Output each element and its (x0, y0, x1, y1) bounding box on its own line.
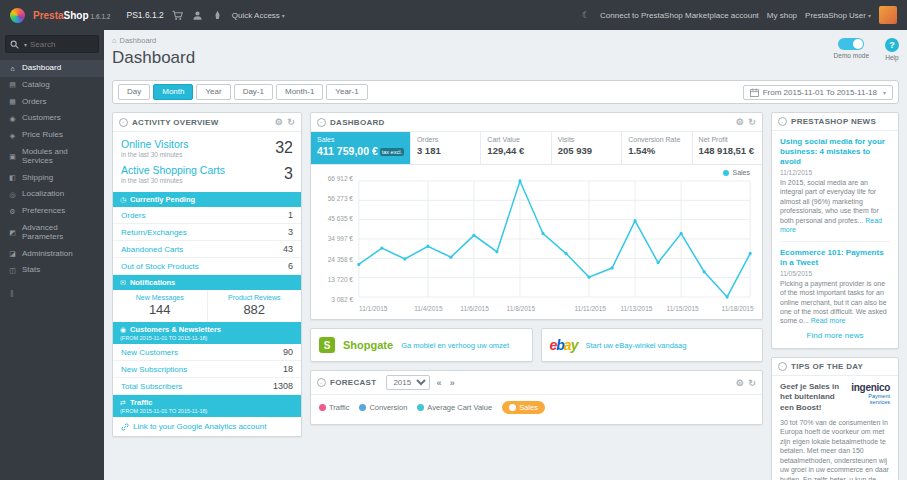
sidebar-item-price-rules[interactable]: ◈Price Rules (0, 127, 104, 144)
pending-row-orders[interactable]: Orders1 (113, 207, 301, 224)
activity-settings-icon[interactable]: ⚙ (275, 117, 283, 127)
help-icon[interactable]: ? (885, 38, 899, 52)
sidebar-item-stats[interactable]: ◫Stats (0, 262, 104, 279)
forecast-legend-conversion[interactable]: Conversion (359, 403, 407, 412)
product-reviews-link[interactable]: Product Reviews 882 (207, 290, 302, 322)
sidebar-search[interactable]: ▾ (5, 35, 99, 53)
forecast-refresh-icon[interactable]: ↻ (748, 378, 756, 388)
moon-icon: ☾ (582, 10, 590, 20)
active-carts-link[interactable]: Active Shopping Carts (121, 164, 225, 176)
sidebar-item-administration[interactable]: ◪Administration (0, 246, 104, 263)
search-scope-caret-icon[interactable]: ▾ (24, 41, 27, 48)
filter-month-1-button[interactable]: Month-1 (276, 84, 323, 100)
chart-legend[interactable]: Sales (723, 169, 750, 176)
find-more-news-link[interactable]: Find more news (780, 326, 890, 342)
kpi-label: Net Profit (699, 136, 756, 143)
sidebar-item-modules[interactable]: ▣Modules and Services (0, 144, 104, 170)
news-item-title[interactable]: Using social media for your business: 4 … (780, 137, 890, 167)
cart-icon[interactable] (172, 9, 184, 21)
kpi-visits[interactable]: Visits 205 939 (552, 132, 622, 164)
demo-mode-toggle[interactable] (838, 38, 864, 50)
filter-year-button[interactable]: Year (196, 84, 230, 100)
brand-name[interactable]: PrestaShop1.6.1.2 (33, 10, 110, 21)
news-panel-icon: · (778, 117, 787, 126)
data-point (380, 246, 383, 249)
customers-row-new-customers[interactable]: New Customers90 (113, 344, 301, 361)
ebay-promo-link[interactable]: Start uw eBay-winkel vandaag (585, 341, 686, 350)
sidebar-collapse-icon[interactable]: ‖ (0, 289, 104, 299)
profile-icon[interactable] (192, 9, 204, 21)
quick-access-menu[interactable]: Quick Access▾ (232, 11, 285, 20)
my-shop-link[interactable]: My shop (767, 11, 797, 20)
shopgate-promo[interactable]: S Shopgate Ga mobiel en verhoog uw omzet (310, 328, 533, 362)
people-icon: ◉ (120, 326, 126, 334)
customers-row-new-subscriptions[interactable]: New Subscriptions18 (113, 361, 301, 378)
notifications-header: ✉ Notifications (113, 275, 301, 290)
news-item-title[interactable]: Ecommerce 101: Payments in a Tweet (780, 248, 890, 268)
forecast-next-icon[interactable]: » (448, 378, 457, 388)
pending-row-abandoned-carts[interactable]: Abandoned Carts43 (113, 241, 301, 258)
kpi-net-profit[interactable]: Net Profit 148 918,51 € (693, 132, 762, 164)
currently-pending-header: ◷ Currently Pending (113, 192, 301, 207)
new-messages-link[interactable]: New Messages 144 (113, 290, 207, 322)
breadcrumb[interactable]: ⌂Dashboard (112, 36, 195, 45)
modules-icon: ▣ (8, 153, 17, 161)
forecast-settings-icon[interactable]: ⚙ (736, 378, 744, 388)
kpi-orders[interactable]: Orders 3 181 (411, 132, 481, 164)
catalog-icon: ▤ (8, 81, 17, 89)
toggle-knob (853, 39, 863, 49)
activity-refresh-icon[interactable]: ↻ (287, 117, 295, 127)
ebay-promo[interactable]: ebay Start uw eBay-winkel vandaag (541, 328, 764, 362)
read-more-link[interactable]: Read more (811, 317, 846, 324)
kpi-conversion-rate[interactable]: Conversion Rate 1.54% (622, 132, 692, 164)
filter-day-1-button[interactable]: Day-1 (234, 84, 273, 100)
filter-year-1-button[interactable]: Year-1 (326, 84, 367, 100)
dashboard-settings-icon[interactable]: ⚙ (736, 117, 744, 127)
date-range-picker[interactable]: From 2015-11-01 To 2015-11-18 ▾ (743, 85, 893, 100)
online-visitors-link[interactable]: Online Visitors (121, 138, 189, 150)
rocket-icon[interactable] (212, 9, 224, 21)
shopgate-promo-link[interactable]: Ga mobiel en verhoog uw omzet (401, 341, 509, 350)
shop-name-link[interactable]: PS1.6.1.2 (126, 10, 163, 20)
y-tick-label: 24 358 € (317, 256, 353, 263)
sidebar-item-preferences[interactable]: ⚙Preferences (0, 203, 104, 220)
forecast-legend-average-cart-value[interactable]: Average Cart Value (417, 403, 492, 412)
y-tick-label: 3 082 € (317, 296, 353, 303)
sidebar-item-shipping[interactable]: ◧Shipping (0, 170, 104, 187)
kpi-cart-value[interactable]: Cart Value 129,44 € (481, 132, 551, 164)
sidebar-item-orders[interactable]: ▦Orders (0, 94, 104, 111)
sidebar-item-dashboard[interactable]: ⌂Dashboard (0, 60, 104, 77)
prestashop-logo[interactable] (10, 8, 25, 23)
pending-row-returns[interactable]: Return/Exchanges3 (113, 224, 301, 241)
kpi-sales[interactable]: Sales 411 759,00 €tax excl. (311, 132, 411, 164)
pending-row-out-of-stock[interactable]: Out of Stock Products6 (113, 258, 301, 275)
kpi-label: Visits (558, 136, 615, 143)
google-analytics-link[interactable]: Link to your Google Analytics account (113, 417, 301, 436)
page-title: Dashboard (112, 48, 195, 68)
prestashop-news-panel: · PRESTASHOP NEWS Using social media for… (771, 112, 899, 349)
brand-version: 1.6.1.2 (91, 13, 111, 20)
sidebar-item-advanced-parameters[interactable]: ◩Advanced Parameters (0, 220, 104, 246)
connect-marketplace-link[interactable]: Connect to PrestaShop Marketplace accoun… (600, 11, 759, 20)
sidebar-item-localization[interactable]: ◎Localization (0, 186, 104, 203)
dashboard-refresh-icon[interactable]: ↻ (748, 117, 756, 127)
y-tick-label: 56 273 € (317, 195, 353, 202)
filter-month-button[interactable]: Month (153, 84, 193, 100)
forecast-legend-sales[interactable]: Sales (502, 401, 545, 414)
forecast-prev-icon[interactable]: « (434, 378, 443, 388)
user-menu[interactable]: PrestaShop User▾ (805, 11, 871, 20)
customers-row-total-subscribers[interactable]: Total Subscribers1308 (113, 378, 301, 395)
active-carts-stat: Active Shopping Carts in the last 30 min… (121, 164, 293, 184)
sidebar-item-catalog[interactable]: ▤Catalog (0, 77, 104, 94)
dashboard-panel: · DASHBOARD ⚙↻ Sales 411 759,00 €tax exc… (310, 112, 763, 320)
forecast-legend-traffic[interactable]: Traffic (319, 403, 349, 412)
sales-dot-icon (509, 404, 516, 411)
forecast-year-select[interactable]: 2015 (386, 375, 430, 390)
sidebar-item-customers[interactable]: ◉Customers (0, 110, 104, 127)
search-input[interactable] (30, 40, 94, 49)
home-icon: ⌂ (112, 36, 117, 45)
user-avatar[interactable] (879, 6, 897, 24)
filter-day-button[interactable]: Day (118, 84, 150, 100)
marketplace-icon[interactable]: ☾ (580, 9, 592, 21)
sidebar-item-label: Advanced Parameters (22, 224, 100, 242)
